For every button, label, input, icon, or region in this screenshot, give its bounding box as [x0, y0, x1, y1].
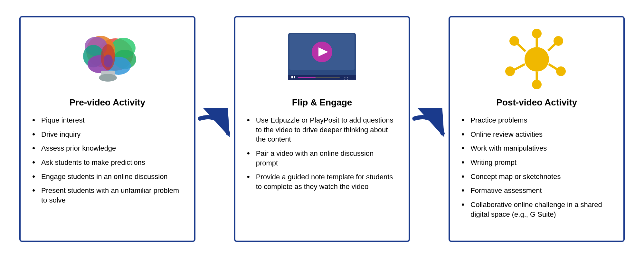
svg-rect-19	[294, 76, 295, 78]
svg-rect-21	[298, 77, 316, 78]
arrow-2	[410, 16, 449, 242]
svg-point-32	[509, 36, 519, 46]
flip-engage-title: Flip & Engage	[247, 97, 397, 108]
svg-rect-18	[291, 76, 293, 78]
brain-icon	[73, 29, 141, 90]
list-item: Drive inquiry	[32, 130, 183, 139]
post-video-title: Post-video Activity	[461, 97, 612, 108]
arrow-icon	[410, 108, 449, 150]
svg-point-11	[104, 55, 113, 67]
svg-point-35	[556, 66, 566, 76]
list-item: Concept map or sketchnotes	[461, 172, 612, 182]
list-item: Online review activities	[461, 130, 612, 139]
list-item: Practice problems	[461, 115, 612, 125]
list-item: Writing prompt	[461, 158, 612, 167]
list-item: Pique interest	[32, 115, 183, 125]
list-item: Collaborative online challenge in a shar…	[461, 200, 612, 219]
pre-video-list: Pique interest Drive inquiry Assess prio…	[32, 115, 183, 210]
video-player-icon: ⛶	[285, 31, 359, 88]
flip-engage-card: ⛶ Flip & Engage Use Edpuzzle or PlayPosi…	[234, 16, 410, 242]
list-item: Engage students in an online discussion	[32, 172, 183, 182]
svg-point-36	[554, 36, 563, 46]
post-video-list: Practice problems Online review activiti…	[461, 115, 612, 224]
post-video-icon-area	[461, 27, 612, 92]
list-item: Use Edpuzzle or PlayPosit to add questio…	[247, 115, 397, 144]
flip-engage-icon-area: ⛶	[247, 27, 397, 92]
list-item: Present students with an unfamiliar prob…	[32, 186, 183, 205]
svg-point-10	[99, 74, 117, 82]
pre-video-title: Pre-video Activity	[32, 97, 183, 108]
flip-engage-list: Use Edpuzzle or PlayPosit to add questio…	[247, 115, 397, 196]
list-item: Ask students to make predictions	[32, 158, 183, 167]
svg-point-31	[532, 29, 542, 38]
main-container: Pre-video Activity Pique interest Drive …	[13, 10, 631, 248]
post-video-card: Post-video Activity Practice problems On…	[449, 16, 625, 242]
list-item: Work with manipulatives	[461, 144, 612, 153]
svg-point-33	[505, 66, 515, 76]
list-item: Assess prior knowledge	[32, 144, 183, 153]
arrow-1	[195, 16, 234, 242]
pre-video-card: Pre-video Activity Pique interest Drive …	[19, 16, 195, 242]
list-item: Formative assessment	[461, 186, 612, 195]
svg-point-34	[532, 80, 542, 89]
svg-point-24	[525, 47, 549, 72]
list-item: Pair a video with an online discussion p…	[247, 149, 397, 168]
svg-text:⛶: ⛶	[345, 77, 348, 80]
arrow-icon	[195, 108, 234, 150]
pre-video-icon-area	[32, 27, 183, 92]
network-icon	[503, 29, 571, 90]
list-item: Provide a guided note template for stude…	[247, 172, 397, 191]
